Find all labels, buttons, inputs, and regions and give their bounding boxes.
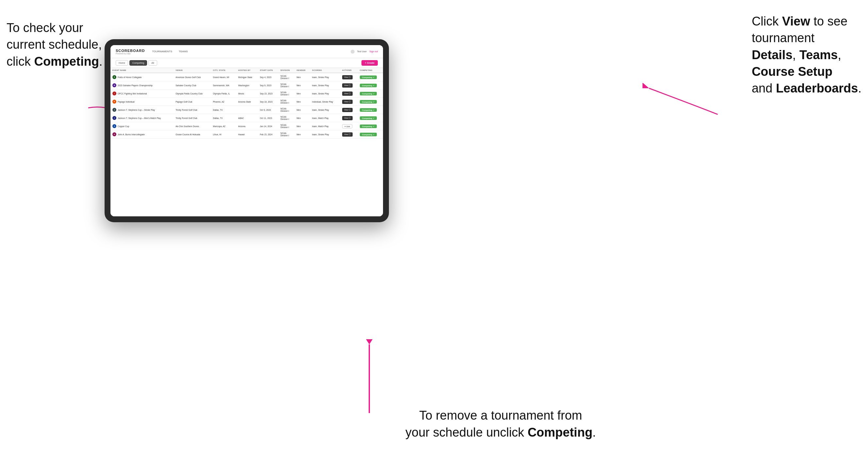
- cell-competing: Competing ✓: [358, 98, 383, 106]
- cell-scoring: team, Match Play: [310, 122, 340, 130]
- brand-powered: Powered by clipp: [116, 53, 145, 55]
- event-name-cell: H John A. Burns Intercollegiate: [111, 130, 174, 138]
- view-button[interactable]: View ⓘ: [342, 100, 353, 104]
- cell-venue: Trinity Forest Golf Club: [174, 106, 211, 114]
- cell-hosted: Arizona State: [236, 98, 258, 106]
- competing-button[interactable]: Competing ✓: [360, 108, 377, 112]
- table-wrapper: EVENT NAME VENUE CITY, STATE HOSTED BY S…: [111, 68, 383, 216]
- cell-actions: View ⓘ: [340, 106, 358, 114]
- team-logo: H: [113, 132, 116, 136]
- col-city: CITY, STATE: [211, 68, 236, 73]
- event-name-cell: P Papago Individual: [111, 98, 174, 106]
- competing-button[interactable]: Competing ✓: [360, 133, 377, 136]
- competing-button[interactable]: Competing ✓: [360, 100, 377, 103]
- cell-city: Grand Haven, MI: [211, 73, 236, 82]
- filter-bar: Home Competing All + Create: [111, 58, 383, 68]
- cell-division: NCAADivision I: [278, 106, 294, 114]
- nav-right: Test User Sign out: [351, 50, 378, 54]
- competing-button[interactable]: Competing ✓: [360, 125, 377, 128]
- cell-actions: View ⓘ: [340, 114, 358, 122]
- table-row: A Copper Cup Ak-Chin Southern DunesMaric…: [111, 122, 383, 130]
- cell-date: Oct 9, 2023: [258, 106, 278, 114]
- view-button[interactable]: View ⓘ: [342, 83, 353, 88]
- cell-scoring: team, Stroke Play: [310, 73, 340, 82]
- arrow-top-head: [366, 339, 373, 344]
- nav-tournaments[interactable]: TOURNAMENTS: [151, 50, 173, 53]
- table-header-row: EVENT NAME VENUE CITY, STATE HOSTED BY S…: [111, 68, 383, 73]
- col-actions: ACTIONS: [340, 68, 358, 73]
- view-button[interactable]: View ⓘ: [342, 108, 353, 112]
- cell-division: NCAADivision I: [278, 82, 294, 90]
- annotation-bottom: To remove a tournament from your schedul…: [406, 407, 596, 441]
- team-logo: J: [113, 108, 116, 112]
- view-button[interactable]: View ⓘ: [342, 75, 353, 80]
- team-logo: I: [113, 92, 116, 95]
- view-button[interactable]: View ⓘ: [342, 116, 353, 120]
- signout-link[interactable]: Sign out: [369, 50, 378, 53]
- cell-date: Sep 15, 2023: [258, 90, 278, 98]
- cell-venue: Papago Golf Club: [174, 98, 211, 106]
- bottom-arrow-line: [369, 344, 370, 413]
- annotation-top-left: To check your current schedule, click Co…: [6, 20, 102, 70]
- cell-division: NCAADivision I: [278, 90, 294, 98]
- cell-venue: American Dunes Golf Club: [174, 73, 211, 82]
- cell-date: Feb 15, 2024: [258, 130, 278, 138]
- event-name: OFCC Fighting Illini Invitational: [118, 92, 147, 95]
- tab-competing[interactable]: Competing: [129, 60, 147, 66]
- team-logo: A: [113, 124, 116, 128]
- cell-hosted: Hawaii: [236, 130, 258, 138]
- tab-home[interactable]: Home: [116, 60, 128, 66]
- cell-gender: Men: [294, 122, 310, 130]
- cell-competing: Competing ✓: [358, 106, 383, 114]
- cell-scoring: team, Match Play: [310, 114, 340, 122]
- nav-links: TOURNAMENTS TEAMS: [151, 50, 350, 53]
- cell-division: NCAADivision I: [278, 122, 294, 130]
- competing-button[interactable]: Competing ✓: [360, 92, 377, 95]
- cell-date: Sep 4, 2023: [258, 73, 278, 82]
- table-row: H John A. Burns Intercollegiate Ocean Co…: [111, 130, 383, 138]
- cell-gender: Men: [294, 130, 310, 138]
- cell-date: Oct 11, 2023: [258, 114, 278, 122]
- nav-teams[interactable]: TEAMS: [178, 50, 189, 53]
- user-label: Test User: [357, 50, 367, 53]
- tab-all[interactable]: All: [148, 60, 157, 66]
- navbar: SCOREBOARD Powered by clipp TOURNAMENTS …: [111, 45, 383, 58]
- col-division: DIVISION: [278, 68, 294, 73]
- cell-city: Dallas, TX: [211, 106, 236, 114]
- cell-actions: ✏ Edit: [340, 122, 358, 130]
- team-logo: P: [113, 100, 116, 103]
- view-button[interactable]: View ⓘ: [342, 92, 353, 96]
- cell-hosted: [236, 106, 258, 114]
- cell-actions: View ⓘ: [340, 90, 358, 98]
- competing-button[interactable]: Competing ✓: [360, 84, 377, 87]
- cell-competing: Competing ✓: [358, 122, 383, 130]
- cell-scoring: team, Stroke Play: [310, 82, 340, 90]
- cell-gender: Men: [294, 106, 310, 114]
- event-name: Copper Cup: [118, 125, 129, 127]
- table-row: S Folds of Honor Collegiate American Dun…: [111, 73, 383, 82]
- cell-hosted: Washington: [236, 82, 258, 90]
- cell-scoring: team, Stroke Play: [310, 130, 340, 138]
- competing-button[interactable]: Competing ✓: [360, 116, 377, 120]
- edit-button[interactable]: ✏ Edit: [342, 124, 352, 128]
- table-body: S Folds of Honor Collegiate American Dun…: [111, 73, 383, 138]
- event-name: Folds of Honor Collegiate: [118, 76, 142, 79]
- annotation-top-right: Click View to see tournament Details, Te…: [752, 13, 862, 97]
- cell-division: NCAADivision I: [278, 130, 294, 138]
- cell-date: Sep 18, 2023: [258, 98, 278, 106]
- event-name-cell: I OFCC Fighting Illini Invitational: [111, 90, 174, 98]
- cell-actions: View ⓘ: [340, 73, 358, 82]
- cell-scoring: team, Stroke Play: [310, 90, 340, 98]
- team-logo: J: [113, 116, 116, 120]
- cell-division: NCAADivision I: [278, 114, 294, 122]
- cell-venue: Ak-Chin Southern Dunes: [174, 122, 211, 130]
- create-button[interactable]: + Create: [362, 60, 378, 66]
- competing-button[interactable]: Competing ✓: [360, 75, 377, 79]
- view-button[interactable]: View ⓘ: [342, 132, 353, 136]
- cell-hosted: Michigan State: [236, 73, 258, 82]
- cell-actions: View ⓘ: [340, 130, 358, 138]
- cell-city: Olympia Fields, IL: [211, 90, 236, 98]
- cell-division: NCAADivision I: [278, 73, 294, 82]
- cell-gender: Men: [294, 90, 310, 98]
- cell-venue: Ocean Course At Hokuala: [174, 130, 211, 138]
